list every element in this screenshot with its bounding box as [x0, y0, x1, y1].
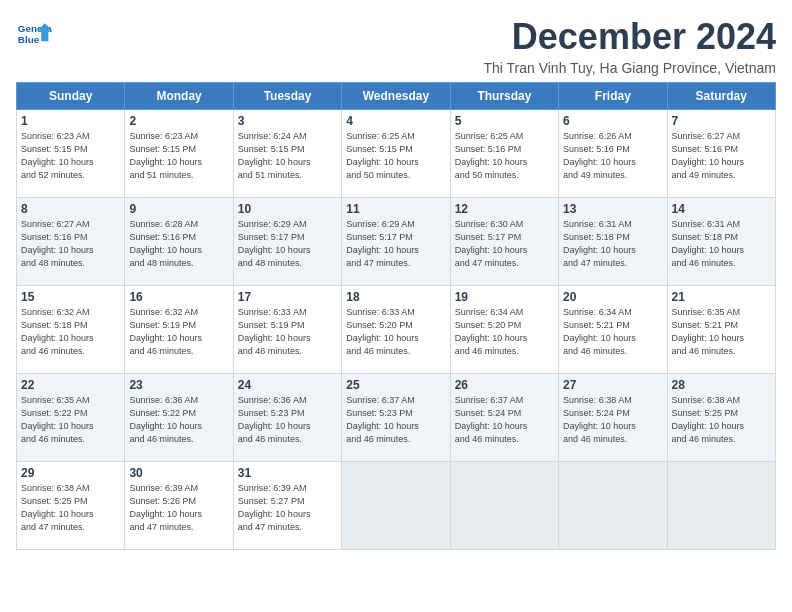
calendar-day-cell: 1Sunrise: 6:23 AM Sunset: 5:15 PM Daylig…	[17, 110, 125, 198]
calendar-day-cell: 21Sunrise: 6:35 AM Sunset: 5:21 PM Dayli…	[667, 286, 775, 374]
calendar-day-cell: 10Sunrise: 6:29 AM Sunset: 5:17 PM Dayli…	[233, 198, 341, 286]
day-info: Sunrise: 6:34 AM Sunset: 5:21 PM Dayligh…	[563, 306, 662, 358]
day-info: Sunrise: 6:27 AM Sunset: 5:16 PM Dayligh…	[672, 130, 771, 182]
day-number: 24	[238, 378, 337, 392]
logo-icon: General Blue	[16, 16, 52, 52]
weekday-header-cell: Wednesday	[342, 83, 450, 110]
day-info: Sunrise: 6:30 AM Sunset: 5:17 PM Dayligh…	[455, 218, 554, 270]
day-number: 25	[346, 378, 445, 392]
day-number: 26	[455, 378, 554, 392]
day-number: 27	[563, 378, 662, 392]
day-number: 10	[238, 202, 337, 216]
calendar-day-cell: 16Sunrise: 6:32 AM Sunset: 5:19 PM Dayli…	[125, 286, 233, 374]
day-number: 12	[455, 202, 554, 216]
day-info: Sunrise: 6:39 AM Sunset: 5:27 PM Dayligh…	[238, 482, 337, 534]
calendar-day-cell	[667, 462, 775, 550]
day-number: 6	[563, 114, 662, 128]
day-number: 20	[563, 290, 662, 304]
day-info: Sunrise: 6:38 AM Sunset: 5:24 PM Dayligh…	[563, 394, 662, 446]
calendar-body: 1Sunrise: 6:23 AM Sunset: 5:15 PM Daylig…	[17, 110, 776, 550]
calendar-week-row: 15Sunrise: 6:32 AM Sunset: 5:18 PM Dayli…	[17, 286, 776, 374]
day-info: Sunrise: 6:23 AM Sunset: 5:15 PM Dayligh…	[129, 130, 228, 182]
day-info: Sunrise: 6:32 AM Sunset: 5:18 PM Dayligh…	[21, 306, 120, 358]
calendar-day-cell: 28Sunrise: 6:38 AM Sunset: 5:25 PM Dayli…	[667, 374, 775, 462]
calendar-day-cell: 9Sunrise: 6:28 AM Sunset: 5:16 PM Daylig…	[125, 198, 233, 286]
calendar-day-cell: 5Sunrise: 6:25 AM Sunset: 5:16 PM Daylig…	[450, 110, 558, 198]
day-number: 11	[346, 202, 445, 216]
day-number: 1	[21, 114, 120, 128]
day-number: 13	[563, 202, 662, 216]
day-number: 23	[129, 378, 228, 392]
day-info: Sunrise: 6:27 AM Sunset: 5:16 PM Dayligh…	[21, 218, 120, 270]
day-number: 31	[238, 466, 337, 480]
calendar-day-cell: 25Sunrise: 6:37 AM Sunset: 5:23 PM Dayli…	[342, 374, 450, 462]
calendar-day-cell: 31Sunrise: 6:39 AM Sunset: 5:27 PM Dayli…	[233, 462, 341, 550]
calendar-day-cell	[559, 462, 667, 550]
calendar-day-cell: 20Sunrise: 6:34 AM Sunset: 5:21 PM Dayli…	[559, 286, 667, 374]
day-number: 15	[21, 290, 120, 304]
day-info: Sunrise: 6:31 AM Sunset: 5:18 PM Dayligh…	[672, 218, 771, 270]
calendar-day-cell: 8Sunrise: 6:27 AM Sunset: 5:16 PM Daylig…	[17, 198, 125, 286]
day-number: 22	[21, 378, 120, 392]
calendar-day-cell: 6Sunrise: 6:26 AM Sunset: 5:16 PM Daylig…	[559, 110, 667, 198]
weekday-header-cell: Monday	[125, 83, 233, 110]
svg-text:Blue: Blue	[18, 34, 40, 45]
calendar-week-row: 1Sunrise: 6:23 AM Sunset: 5:15 PM Daylig…	[17, 110, 776, 198]
location-subtitle: Thi Tran Vinh Tuy, Ha Giang Province, Vi…	[483, 60, 776, 76]
calendar-week-row: 22Sunrise: 6:35 AM Sunset: 5:22 PM Dayli…	[17, 374, 776, 462]
day-number: 3	[238, 114, 337, 128]
day-info: Sunrise: 6:35 AM Sunset: 5:22 PM Dayligh…	[21, 394, 120, 446]
day-info: Sunrise: 6:25 AM Sunset: 5:15 PM Dayligh…	[346, 130, 445, 182]
calendar-day-cell: 22Sunrise: 6:35 AM Sunset: 5:22 PM Dayli…	[17, 374, 125, 462]
day-info: Sunrise: 6:25 AM Sunset: 5:16 PM Dayligh…	[455, 130, 554, 182]
day-number: 5	[455, 114, 554, 128]
day-number: 8	[21, 202, 120, 216]
weekday-header-cell: Thursday	[450, 83, 558, 110]
day-info: Sunrise: 6:33 AM Sunset: 5:19 PM Dayligh…	[238, 306, 337, 358]
day-number: 29	[21, 466, 120, 480]
day-number: 30	[129, 466, 228, 480]
day-number: 17	[238, 290, 337, 304]
logo: General Blue	[16, 16, 52, 52]
calendar-day-cell: 24Sunrise: 6:36 AM Sunset: 5:23 PM Dayli…	[233, 374, 341, 462]
day-info: Sunrise: 6:39 AM Sunset: 5:26 PM Dayligh…	[129, 482, 228, 534]
calendar-day-cell: 30Sunrise: 6:39 AM Sunset: 5:26 PM Dayli…	[125, 462, 233, 550]
calendar-day-cell: 7Sunrise: 6:27 AM Sunset: 5:16 PM Daylig…	[667, 110, 775, 198]
day-info: Sunrise: 6:31 AM Sunset: 5:18 PM Dayligh…	[563, 218, 662, 270]
day-number: 2	[129, 114, 228, 128]
title-area: December 2024 Thi Tran Vinh Tuy, Ha Gian…	[483, 16, 776, 76]
calendar-table: SundayMondayTuesdayWednesdayThursdayFrid…	[16, 82, 776, 550]
calendar-day-cell	[450, 462, 558, 550]
day-number: 21	[672, 290, 771, 304]
day-info: Sunrise: 6:36 AM Sunset: 5:23 PM Dayligh…	[238, 394, 337, 446]
calendar-week-row: 29Sunrise: 6:38 AM Sunset: 5:25 PM Dayli…	[17, 462, 776, 550]
day-number: 16	[129, 290, 228, 304]
day-info: Sunrise: 6:34 AM Sunset: 5:20 PM Dayligh…	[455, 306, 554, 358]
calendar-day-cell: 17Sunrise: 6:33 AM Sunset: 5:19 PM Dayli…	[233, 286, 341, 374]
day-info: Sunrise: 6:28 AM Sunset: 5:16 PM Dayligh…	[129, 218, 228, 270]
day-info: Sunrise: 6:29 AM Sunset: 5:17 PM Dayligh…	[238, 218, 337, 270]
calendar-day-cell: 27Sunrise: 6:38 AM Sunset: 5:24 PM Dayli…	[559, 374, 667, 462]
day-number: 4	[346, 114, 445, 128]
page-header: General Blue December 2024 Thi Tran Vinh…	[16, 16, 776, 76]
calendar-day-cell: 12Sunrise: 6:30 AM Sunset: 5:17 PM Dayli…	[450, 198, 558, 286]
day-info: Sunrise: 6:29 AM Sunset: 5:17 PM Dayligh…	[346, 218, 445, 270]
day-info: Sunrise: 6:24 AM Sunset: 5:15 PM Dayligh…	[238, 130, 337, 182]
calendar-day-cell: 26Sunrise: 6:37 AM Sunset: 5:24 PM Dayli…	[450, 374, 558, 462]
day-info: Sunrise: 6:33 AM Sunset: 5:20 PM Dayligh…	[346, 306, 445, 358]
calendar-day-cell: 11Sunrise: 6:29 AM Sunset: 5:17 PM Dayli…	[342, 198, 450, 286]
day-info: Sunrise: 6:32 AM Sunset: 5:19 PM Dayligh…	[129, 306, 228, 358]
day-info: Sunrise: 6:35 AM Sunset: 5:21 PM Dayligh…	[672, 306, 771, 358]
weekday-header-cell: Tuesday	[233, 83, 341, 110]
calendar-day-cell: 15Sunrise: 6:32 AM Sunset: 5:18 PM Dayli…	[17, 286, 125, 374]
month-title: December 2024	[483, 16, 776, 58]
day-info: Sunrise: 6:26 AM Sunset: 5:16 PM Dayligh…	[563, 130, 662, 182]
day-info: Sunrise: 6:23 AM Sunset: 5:15 PM Dayligh…	[21, 130, 120, 182]
day-info: Sunrise: 6:37 AM Sunset: 5:24 PM Dayligh…	[455, 394, 554, 446]
day-number: 9	[129, 202, 228, 216]
calendar-day-cell: 18Sunrise: 6:33 AM Sunset: 5:20 PM Dayli…	[342, 286, 450, 374]
day-number: 28	[672, 378, 771, 392]
weekday-header-cell: Saturday	[667, 83, 775, 110]
day-info: Sunrise: 6:38 AM Sunset: 5:25 PM Dayligh…	[21, 482, 120, 534]
day-info: Sunrise: 6:37 AM Sunset: 5:23 PM Dayligh…	[346, 394, 445, 446]
